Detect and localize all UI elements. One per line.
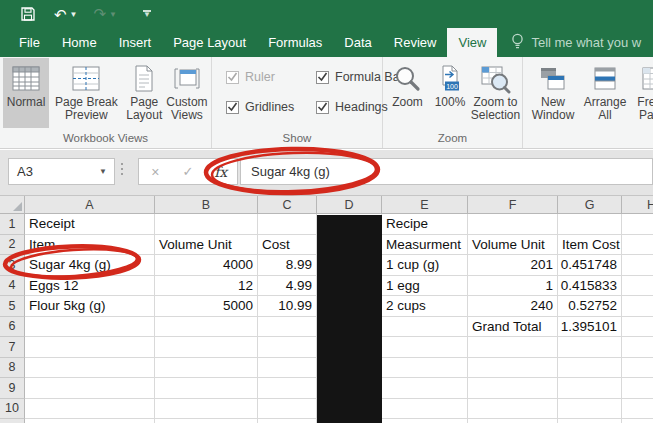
cell-B9[interactable] xyxy=(155,378,258,399)
tell-me-box[interactable]: Tell me what you w xyxy=(511,28,641,57)
cell-A3[interactable]: Sugar 4kg (g) xyxy=(25,255,155,276)
save-icon[interactable] xyxy=(20,6,36,22)
name-box-dropdown-icon[interactable]: ▼ xyxy=(99,167,107,176)
cell-F10[interactable] xyxy=(468,399,558,420)
cell-E5[interactable]: 2 cups xyxy=(382,296,468,317)
cell-H10[interactable] xyxy=(622,399,653,420)
cell-G9[interactable] xyxy=(558,378,622,399)
tab-page-layout[interactable]: Page Layout xyxy=(162,28,257,57)
column-header-G[interactable]: G xyxy=(558,196,622,214)
normal-view-button[interactable]: Normal xyxy=(3,58,49,128)
column-header-D[interactable]: D xyxy=(317,196,382,214)
tab-home[interactable]: Home xyxy=(51,28,108,57)
row-header-4[interactable]: 4 xyxy=(0,276,25,297)
cell-B1[interactable] xyxy=(155,214,258,235)
cell-B3[interactable]: 4000 xyxy=(155,255,258,276)
cell-B5[interactable]: 5000 xyxy=(155,296,258,317)
cell-B7[interactable] xyxy=(155,337,258,358)
row-header-11[interactable]: 11 xyxy=(0,419,25,423)
cell-H11[interactable] xyxy=(622,419,653,423)
row-header-6[interactable]: 6 xyxy=(0,317,25,338)
cell-G3[interactable]: 0.451748 xyxy=(558,255,622,276)
undo-icon[interactable]: ↶ xyxy=(54,7,67,22)
tab-view[interactable]: View xyxy=(447,28,497,57)
tab-review[interactable]: Review xyxy=(383,28,448,57)
cell-H5[interactable] xyxy=(622,296,653,317)
cell-B11[interactable] xyxy=(155,419,258,423)
cell-C1[interactable] xyxy=(258,214,317,235)
cell-H8[interactable] xyxy=(622,358,653,379)
cell-G4[interactable]: 0.415833 xyxy=(558,276,622,297)
cell-E2[interactable]: Measurment xyxy=(382,235,468,256)
tab-file[interactable]: File xyxy=(8,28,51,57)
cell-G1[interactable] xyxy=(558,214,622,235)
cell-B10[interactable] xyxy=(155,399,258,420)
cell-C10[interactable] xyxy=(258,399,317,420)
cell-H4[interactable] xyxy=(622,276,653,297)
tab-insert[interactable]: Insert xyxy=(108,28,163,57)
column-header-H[interactable]: H xyxy=(622,196,653,214)
column-header-C[interactable]: C xyxy=(258,196,317,214)
column-header-B[interactable]: B xyxy=(155,196,258,214)
cell-E9[interactable] xyxy=(382,378,468,399)
custom-views-button[interactable]: Custom Views xyxy=(165,58,209,128)
cell-E8[interactable] xyxy=(382,358,468,379)
zoom-100-button[interactable]: 100 100% xyxy=(429,58,471,128)
row-header-9[interactable]: 9 xyxy=(0,378,25,399)
cell-G10[interactable] xyxy=(558,399,622,420)
row-header-8[interactable]: 8 xyxy=(0,358,25,379)
new-window-button[interactable]: New Window xyxy=(526,58,580,128)
row-header-7[interactable]: 7 xyxy=(0,337,25,358)
cell-A4[interactable]: Eggs 12 xyxy=(25,276,155,297)
cell-E3[interactable]: 1 cup (g) xyxy=(382,255,468,276)
cell-G2[interactable]: Item Cost xyxy=(558,235,622,256)
row-header-2[interactable]: 2 xyxy=(0,235,25,256)
cell-C8[interactable] xyxy=(258,358,317,379)
freeze-panes-button[interactable]: Freeze Panes xyxy=(630,58,653,128)
cell-H6[interactable] xyxy=(622,317,653,338)
zoom-to-selection-button[interactable]: Zoom to Selection xyxy=(471,58,520,128)
cell-C3[interactable]: 8.99 xyxy=(258,255,317,276)
cell-C5[interactable]: 10.99 xyxy=(258,296,317,317)
cell-C2[interactable]: Cost xyxy=(258,235,317,256)
formula-input[interactable]: Sugar 4kg (g) xyxy=(240,158,653,185)
cell-A8[interactable] xyxy=(25,358,155,379)
row-header-5[interactable]: 5 xyxy=(0,296,25,317)
customize-quick-access-icon[interactable]: ▼ xyxy=(143,10,151,18)
cell-E6[interactable] xyxy=(382,317,468,338)
cell-G6[interactable]: 1.395101 xyxy=(558,317,622,338)
cell-C7[interactable] xyxy=(258,337,317,358)
cell-F9[interactable] xyxy=(468,378,558,399)
cell-H3[interactable] xyxy=(622,255,653,276)
cell-E7[interactable] xyxy=(382,337,468,358)
cell-E1[interactable]: Recipe xyxy=(382,214,468,235)
cell-A5[interactable]: Flour 5kg (g) xyxy=(25,296,155,317)
row-header-3[interactable]: 3 xyxy=(0,255,25,276)
cell-F1[interactable] xyxy=(468,214,558,235)
cell-E10[interactable] xyxy=(382,399,468,420)
cell-E4[interactable]: 1 egg xyxy=(382,276,468,297)
cell-F3[interactable]: 201 xyxy=(468,255,558,276)
cell-F2[interactable]: Volume Unit xyxy=(468,235,558,256)
cell-F8[interactable] xyxy=(468,358,558,379)
page-break-preview-button[interactable]: Page Break Preview xyxy=(49,58,124,128)
cell-H2[interactable] xyxy=(622,235,653,256)
cell-H1[interactable] xyxy=(622,214,653,235)
column-header-E[interactable]: E xyxy=(382,196,468,214)
cell-G11[interactable] xyxy=(558,419,622,423)
cell-A1[interactable]: Receipt xyxy=(25,214,155,235)
cell-H7[interactable] xyxy=(622,337,653,358)
select-all-corner[interactable] xyxy=(0,196,25,214)
cell-A11[interactable] xyxy=(25,419,155,423)
cell-F11[interactable] xyxy=(468,419,558,423)
cell-C6[interactable] xyxy=(258,317,317,338)
cell-F7[interactable] xyxy=(468,337,558,358)
column-header-A[interactable]: A xyxy=(25,196,155,214)
cell-F5[interactable]: 240 xyxy=(468,296,558,317)
cell-A10[interactable] xyxy=(25,399,155,420)
column-header-F[interactable]: F xyxy=(468,196,558,214)
row-header-10[interactable]: 10 xyxy=(0,399,25,420)
arrange-all-button[interactable]: Arrange All xyxy=(580,58,630,128)
cell-A6[interactable] xyxy=(25,317,155,338)
cell-C11[interactable] xyxy=(258,419,317,423)
